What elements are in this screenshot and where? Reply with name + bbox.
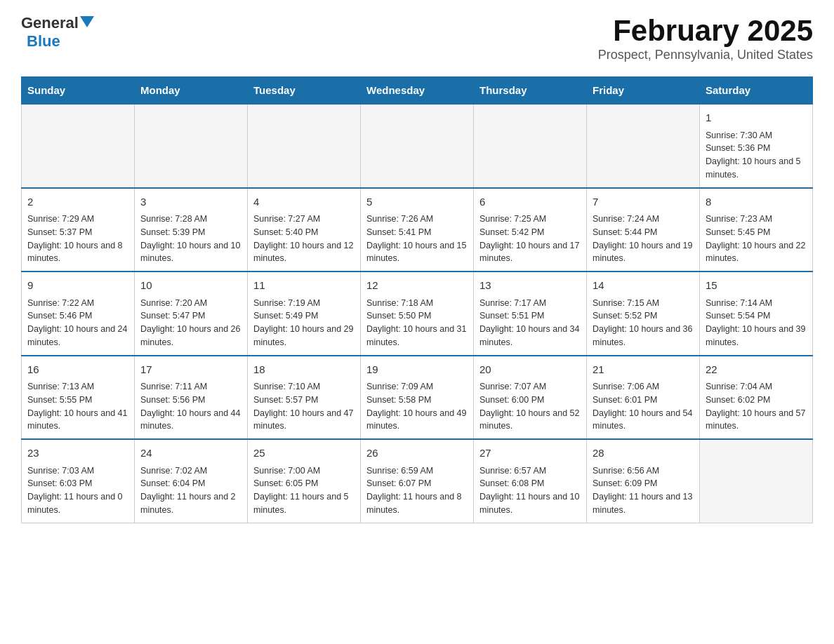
weekday-header-saturday: Saturday: [700, 77, 813, 105]
day-cell: [135, 104, 248, 188]
weekday-header-row: SundayMondayTuesdayWednesdayThursdayFrid…: [22, 77, 813, 105]
day-number: 17: [140, 362, 241, 378]
day-cell: 4Sunrise: 7:27 AM Sunset: 5:40 PM Daylig…: [248, 188, 361, 272]
day-number: 24: [140, 445, 241, 462]
day-cell: 26Sunrise: 6:59 AM Sunset: 6:07 PM Dayli…: [361, 439, 474, 523]
day-cell: 28Sunrise: 6:56 AM Sunset: 6:09 PM Dayli…: [587, 439, 700, 523]
day-number: 1: [706, 110, 807, 126]
logo-blue-text: Blue: [27, 32, 60, 51]
day-info: Sunrise: 7:06 AM Sunset: 6:01 PM Dayligh…: [593, 382, 692, 431]
day-cell: 25Sunrise: 7:00 AM Sunset: 6:05 PM Dayli…: [248, 439, 361, 523]
week-row-1: 1Sunrise: 7:30 AM Sunset: 5:36 PM Daylig…: [22, 104, 813, 188]
day-number: 9: [27, 278, 128, 294]
day-info: Sunrise: 7:25 AM Sunset: 5:42 PM Dayligh…: [479, 214, 579, 263]
day-number: 7: [593, 194, 694, 210]
day-info: Sunrise: 7:28 AM Sunset: 5:39 PM Dayligh…: [140, 214, 240, 263]
day-cell: 17Sunrise: 7:11 AM Sunset: 5:56 PM Dayli…: [135, 356, 248, 440]
day-cell: 9Sunrise: 7:22 AM Sunset: 5:46 PM Daylig…: [22, 271, 135, 356]
weekday-header-thursday: Thursday: [474, 77, 587, 105]
day-cell: 6Sunrise: 7:25 AM Sunset: 5:42 PM Daylig…: [474, 188, 587, 272]
day-cell: 24Sunrise: 7:02 AM Sunset: 6:04 PM Dayli…: [135, 439, 248, 523]
day-number: 11: [253, 278, 355, 294]
day-info: Sunrise: 6:57 AM Sunset: 6:08 PM Dayligh…: [479, 466, 579, 515]
day-info: Sunrise: 7:17 AM Sunset: 5:51 PM Dayligh…: [479, 298, 579, 347]
day-info: Sunrise: 7:02 AM Sunset: 6:04 PM Dayligh…: [140, 466, 236, 515]
calendar-table: SundayMondayTuesdayWednesdayThursdayFrid…: [21, 76, 813, 523]
day-cell: [22, 104, 135, 188]
day-number: 16: [27, 362, 128, 378]
day-info: Sunrise: 7:14 AM Sunset: 5:54 PM Dayligh…: [706, 298, 805, 347]
day-cell: 5Sunrise: 7:26 AM Sunset: 5:41 PM Daylig…: [361, 188, 474, 272]
day-number: 2: [27, 194, 128, 210]
day-cell: [248, 104, 361, 188]
logo-general-text: General: [21, 14, 79, 32]
day-cell: [361, 104, 474, 188]
day-info: Sunrise: 7:00 AM Sunset: 6:05 PM Dayligh…: [253, 466, 349, 515]
day-cell: 14Sunrise: 7:15 AM Sunset: 5:52 PM Dayli…: [587, 271, 700, 356]
day-info: Sunrise: 7:15 AM Sunset: 5:52 PM Dayligh…: [593, 298, 692, 347]
calendar-subtitle: Prospect, Pennsylvania, United States: [598, 48, 813, 62]
day-info: Sunrise: 7:27 AM Sunset: 5:40 PM Dayligh…: [253, 214, 353, 263]
day-cell: 16Sunrise: 7:13 AM Sunset: 5:55 PM Dayli…: [22, 356, 135, 440]
logo: General Blue: [21, 14, 94, 51]
day-cell: 18Sunrise: 7:10 AM Sunset: 5:57 PM Dayli…: [248, 356, 361, 440]
day-number: 23: [27, 445, 128, 462]
day-cell: 12Sunrise: 7:18 AM Sunset: 5:50 PM Dayli…: [361, 271, 474, 356]
day-info: Sunrise: 7:24 AM Sunset: 5:44 PM Dayligh…: [593, 214, 692, 263]
calendar-body: 1Sunrise: 7:30 AM Sunset: 5:36 PM Daylig…: [22, 104, 813, 523]
week-row-4: 16Sunrise: 7:13 AM Sunset: 5:55 PM Dayli…: [22, 356, 813, 440]
day-number: 15: [706, 278, 807, 294]
day-cell: 19Sunrise: 7:09 AM Sunset: 5:58 PM Dayli…: [361, 356, 474, 440]
day-number: 12: [366, 278, 468, 294]
day-number: 21: [593, 362, 694, 378]
week-row-5: 23Sunrise: 7:03 AM Sunset: 6:03 PM Dayli…: [22, 439, 813, 523]
day-cell: 21Sunrise: 7:06 AM Sunset: 6:01 PM Dayli…: [587, 356, 700, 440]
day-cell: 3Sunrise: 7:28 AM Sunset: 5:39 PM Daylig…: [135, 188, 248, 272]
day-cell: [700, 439, 813, 523]
day-cell: 23Sunrise: 7:03 AM Sunset: 6:03 PM Dayli…: [22, 439, 135, 523]
weekday-header-tuesday: Tuesday: [248, 77, 361, 105]
day-number: 28: [593, 445, 694, 462]
day-cell: 2Sunrise: 7:29 AM Sunset: 5:37 PM Daylig…: [22, 188, 135, 272]
logo-triangle-icon: [80, 16, 94, 27]
day-number: 20: [479, 362, 581, 378]
day-number: 27: [479, 445, 581, 462]
day-info: Sunrise: 7:26 AM Sunset: 5:41 PM Dayligh…: [366, 214, 466, 263]
day-number: 25: [253, 445, 355, 462]
day-number: 22: [706, 362, 807, 378]
day-cell: 15Sunrise: 7:14 AM Sunset: 5:54 PM Dayli…: [700, 271, 813, 356]
day-cell: 10Sunrise: 7:20 AM Sunset: 5:47 PM Dayli…: [135, 271, 248, 356]
day-number: 8: [706, 194, 807, 210]
day-info: Sunrise: 7:20 AM Sunset: 5:47 PM Dayligh…: [140, 298, 240, 347]
day-info: Sunrise: 7:10 AM Sunset: 5:57 PM Dayligh…: [253, 382, 353, 431]
title-block: February 2025 Prospect, Pennsylvania, Un…: [598, 14, 813, 62]
page-header: General Blue February 2025 Prospect, Pen…: [21, 14, 813, 62]
week-row-3: 9Sunrise: 7:22 AM Sunset: 5:46 PM Daylig…: [22, 271, 813, 356]
weekday-header-sunday: Sunday: [22, 77, 135, 105]
day-number: 18: [253, 362, 355, 378]
day-cell: [474, 104, 587, 188]
calendar-title: February 2025: [598, 14, 813, 48]
day-info: Sunrise: 7:22 AM Sunset: 5:46 PM Dayligh…: [27, 298, 127, 347]
day-cell: 7Sunrise: 7:24 AM Sunset: 5:44 PM Daylig…: [587, 188, 700, 272]
day-info: Sunrise: 6:59 AM Sunset: 6:07 PM Dayligh…: [366, 466, 462, 515]
day-cell: 1Sunrise: 7:30 AM Sunset: 5:36 PM Daylig…: [700, 104, 813, 188]
day-info: Sunrise: 7:19 AM Sunset: 5:49 PM Dayligh…: [253, 298, 353, 347]
day-number: 13: [479, 278, 581, 294]
day-number: 19: [366, 362, 468, 378]
day-cell: 20Sunrise: 7:07 AM Sunset: 6:00 PM Dayli…: [474, 356, 587, 440]
day-cell: 13Sunrise: 7:17 AM Sunset: 5:51 PM Dayli…: [474, 271, 587, 356]
weekday-header-monday: Monday: [135, 77, 248, 105]
day-info: Sunrise: 7:29 AM Sunset: 5:37 PM Dayligh…: [27, 214, 123, 263]
calendar-header: SundayMondayTuesdayWednesdayThursdayFrid…: [22, 77, 813, 105]
day-info: Sunrise: 7:30 AM Sunset: 5:36 PM Dayligh…: [706, 130, 801, 180]
day-cell: 8Sunrise: 7:23 AM Sunset: 5:45 PM Daylig…: [700, 188, 813, 272]
day-info: Sunrise: 7:23 AM Sunset: 5:45 PM Dayligh…: [706, 214, 805, 263]
day-number: 14: [593, 278, 694, 294]
day-cell: 27Sunrise: 6:57 AM Sunset: 6:08 PM Dayli…: [474, 439, 587, 523]
day-number: 6: [479, 194, 581, 210]
weekday-header-wednesday: Wednesday: [361, 77, 474, 105]
day-cell: 22Sunrise: 7:04 AM Sunset: 6:02 PM Dayli…: [700, 356, 813, 440]
day-cell: 11Sunrise: 7:19 AM Sunset: 5:49 PM Dayli…: [248, 271, 361, 356]
day-cell: [587, 104, 700, 188]
